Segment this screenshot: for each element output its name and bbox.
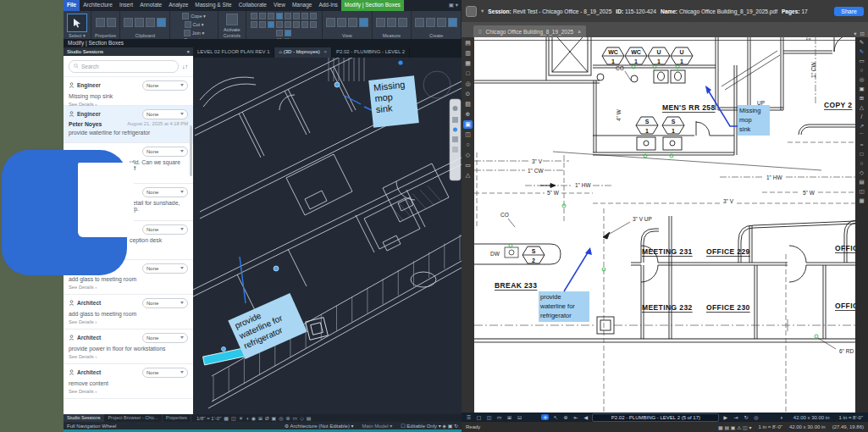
- share-button[interactable]: Share: [834, 7, 864, 16]
- close-icon[interactable]: ×: [323, 49, 327, 54]
- view-control-icon[interactable]: Ø: [265, 416, 269, 421]
- panel-tab-2[interactable]: Properties: [163, 414, 191, 422]
- ribbon-tool-icon[interactable]: [310, 13, 317, 19]
- ribbon-tool-icon[interactable]: [124, 18, 133, 27]
- panel-icon[interactable]: ▦: [463, 59, 473, 68]
- status-dropdown[interactable]: None: [142, 224, 188, 235]
- view-control-icon[interactable]: ▣: [272, 415, 277, 421]
- ribbon-tool-icon[interactable]: [310, 21, 317, 28]
- nav-view-icon[interactable]: ▢: [475, 414, 483, 420]
- markup-text[interactable]: waterline for: [539, 302, 575, 310]
- nav-tool-icon[interactable]: ⇤: [572, 414, 579, 420]
- ribbon-tool-icon[interactable]: [426, 18, 435, 27]
- nav-tool-icon[interactable]: ▶: [721, 414, 729, 420]
- markup-tool-icon[interactable]: ▭: [857, 57, 866, 65]
- ribbon-tab-analyze[interactable]: Analyze: [165, 0, 191, 11]
- editable-only-checkbox[interactable]: ☐ Editable Only ▾ ◈ ▣ ↻: [401, 424, 458, 429]
- geometry-cope[interactable]: Cope ▾: [191, 14, 205, 19]
- view-scale[interactable]: 1/8" = 1'-0": [196, 416, 221, 421]
- status-dropdown[interactable]: None: [142, 109, 188, 119]
- chevron-down-icon[interactable]: ▾: [481, 8, 484, 14]
- comment-pin[interactable]: [274, 266, 279, 271]
- markup-tool-icon[interactable]: ✎: [857, 38, 866, 47]
- markup-tool-icon[interactable]: ◎: [857, 75, 866, 84]
- ribbon-tool-icon[interactable]: [293, 13, 300, 19]
- ribbon-tool-icon[interactable]: [259, 21, 266, 28]
- panel-icon[interactable]: △: [463, 171, 473, 180]
- view-control-icon[interactable]: ▤: [307, 415, 312, 421]
- view-control-icon[interactable]: ⊕: [286, 415, 290, 421]
- activate-icon[interactable]: [226, 14, 238, 25]
- session-comment-item[interactable]: ArchitectNoneadd glass to meeting roomSe…: [64, 295, 193, 330]
- ribbon-tool-icon[interactable]: [276, 13, 283, 19]
- session-comment-item[interactable]: ArchitectNoneremove contentSee Details ›: [64, 364, 193, 399]
- ribbon-tool-icon[interactable]: [348, 18, 357, 27]
- markup-tool-icon[interactable]: ◇: [857, 169, 866, 177]
- ribbon-tab-manage[interactable]: Manage: [289, 0, 316, 11]
- panel-icon[interactable]: ◎: [463, 80, 473, 88]
- status-dropdown[interactable]: None: [142, 187, 188, 197]
- nav-tool-icon[interactable]: ✛: [541, 414, 549, 420]
- panel-tab-1[interactable]: Project Browser - Chic...: [104, 414, 162, 422]
- panel-icon[interactable]: ▥: [463, 49, 473, 58]
- app-logo-icon[interactable]: [466, 6, 477, 17]
- markup-tool-icon[interactable]: ↗: [857, 122, 866, 130]
- ribbon-tab-file[interactable]: File: [64, 0, 80, 11]
- nav-tool-icon[interactable]: ◎: [752, 414, 760, 420]
- ribbon-tab-modify-section-boxes[interactable]: Modify | Section Boxes: [341, 0, 404, 11]
- ribbon-tool-icon[interactable]: [107, 18, 116, 27]
- panel-icon[interactable]: ⊙: [463, 90, 473, 98]
- nav-view-icon[interactable]: ▭: [495, 414, 503, 420]
- ribbon-tool-icon[interactable]: [251, 13, 257, 19]
- page-navigation-field[interactable]: P2.02 - PLUMBING - LEVEL 2 (5 of 17): [592, 413, 719, 422]
- view-control-icon[interactable]: ◎: [279, 415, 283, 421]
- markup-tool-icon[interactable]: /: [857, 113, 866, 121]
- panel-icon[interactable]: ▣: [463, 120, 473, 129]
- nav-view-icon[interactable]: ⊞: [506, 414, 513, 420]
- ribbon-tool-icon[interactable]: [326, 18, 335, 27]
- view-control-icon[interactable]: ◇: [300, 415, 304, 421]
- view-control-icon[interactable]: ⊞: [258, 415, 263, 421]
- status-dropdown[interactable]: None: [142, 298, 188, 308]
- view-tab[interactable]: ⌂ (3D - bbpnoyes) ×: [274, 47, 332, 58]
- status-dropdown[interactable]: None: [142, 80, 188, 91]
- markup-tool-icon[interactable]: ✎: [857, 47, 866, 56]
- expand-icon[interactable]: ⊡: [860, 30, 865, 37]
- markup-text[interactable]: Missing: [739, 107, 760, 114]
- panel-icon[interactable]: ○: [463, 141, 473, 149]
- nav-tool-icon[interactable]: ⇥: [732, 414, 739, 420]
- ribbon-tool-icon[interactable]: [437, 18, 446, 27]
- view-control-icon[interactable]: ◫: [231, 415, 236, 421]
- panel-icon[interactable]: ◇: [463, 151, 473, 159]
- markup-text[interactable]: mop: [739, 116, 752, 124]
- ribbon-tool-icon[interactable]: [268, 13, 274, 19]
- ribbon-tool-icon[interactable]: [448, 18, 457, 27]
- markup-text[interactable]: sink: [739, 125, 751, 133]
- nav-tool-icon[interactable]: ↻: [742, 414, 749, 420]
- view-control-icon[interactable]: ☀: [239, 415, 243, 421]
- ribbon-tool-icon[interactable]: [301, 21, 308, 28]
- ribbon-tool-icon[interactable]: [285, 13, 291, 19]
- chevron-down-icon[interactable]: ▾: [854, 30, 856, 37]
- panel-icon[interactable]: ▭: [463, 161, 473, 169]
- view-control-icon[interactable]: ◑: [246, 416, 249, 421]
- ribbon-tool-icon[interactable]: [276, 30, 283, 36]
- modify-tool-button[interactable]: [67, 14, 87, 32]
- view-control-icon[interactable]: ▭: [293, 415, 298, 421]
- navigation-bar[interactable]: [450, 99, 461, 180]
- ribbon-tool-icon[interactable]: [359, 18, 368, 27]
- status-dropdown[interactable]: None: [142, 147, 188, 157]
- nav-tool-icon[interactable]: ◀: [582, 414, 589, 420]
- markup-text[interactable]: provide: [540, 293, 561, 301]
- ribbon-tool-icon[interactable]: [376, 18, 385, 27]
- view-tab[interactable]: LEVEL 02 FLOOR PLAN REV 1: [193, 47, 274, 58]
- ribbon-tool-icon[interactable]: [268, 21, 274, 28]
- ribbon-tool-icon[interactable]: [276, 21, 283, 28]
- markup-tool-icon[interactable]: ◫: [857, 187, 866, 196]
- comment-pin[interactable]: [222, 347, 226, 352]
- panel-icon[interactable]: □: [463, 69, 473, 78]
- geometry-cope-icon[interactable]: [182, 13, 189, 19]
- scrollbar[interactable]: [190, 125, 192, 176]
- close-icon[interactable]: ×: [578, 29, 581, 35]
- status-dropdown[interactable]: None: [142, 333, 188, 343]
